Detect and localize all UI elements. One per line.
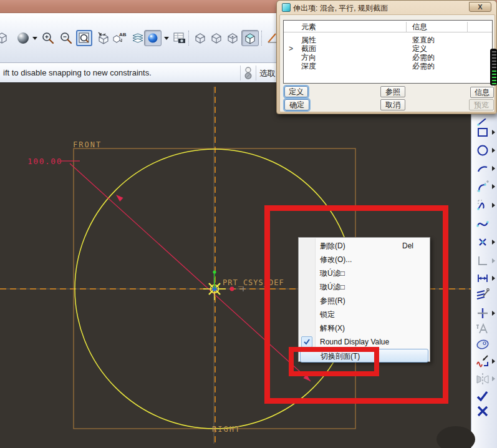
dimension-arrow-upper <box>116 195 123 202</box>
shaded-sphere-button[interactable] <box>15 30 31 46</box>
meter-strip <box>490 49 497 85</box>
flyout-arrow-icon[interactable] <box>492 311 495 316</box>
dimension-value[interactable]: 100.00 <box>27 157 62 166</box>
chamfer-tool-button[interactable] <box>475 197 491 213</box>
layers-icon <box>131 31 145 45</box>
datum-display-flyout-caret[interactable] <box>164 37 169 40</box>
refit-button[interactable] <box>76 30 92 46</box>
sphere-flyout-caret[interactable] <box>32 37 37 40</box>
zoom-out-button[interactable] <box>58 30 74 46</box>
flyout-arrow-icon[interactable] <box>492 148 495 153</box>
view-manager-button[interactable] <box>171 30 188 46</box>
info-cell: 定义 <box>412 44 427 53</box>
circle-tool-button[interactable] <box>475 142 491 158</box>
dimension-icon <box>476 271 490 285</box>
mirror-tool-button[interactable] <box>475 371 491 387</box>
references-button[interactable]: 参照 <box>380 86 405 97</box>
coordinate-system-tool-button[interactable] <box>475 253 491 269</box>
datum-display-button[interactable] <box>144 30 162 46</box>
text-tool-button[interactable] <box>475 321 491 337</box>
right-plane-label[interactable]: RIGHT <box>212 425 241 434</box>
canvas-corner-bulge <box>437 426 475 448</box>
ok-button[interactable]: 确定 <box>284 99 309 110</box>
datum-planes-button[interactable] <box>192 30 208 46</box>
select-mode-label: 选取 <box>259 68 276 79</box>
datum-points-button[interactable] <box>224 30 241 46</box>
meter-gray-ticks <box>492 51 496 70</box>
table-row-direction[interactable]: 方向 必需的 <box>284 53 492 62</box>
flyout-arrow-icon <box>492 376 495 381</box>
arc-tool-button[interactable] <box>475 160 491 177</box>
rectangle-tool-button[interactable] <box>475 124 491 140</box>
chamfer-icon <box>476 198 490 212</box>
zoom-in-button[interactable] <box>40 30 56 46</box>
info-cell: 必需的 <box>412 53 435 62</box>
fillet-tool-button[interactable] <box>475 178 491 195</box>
preview-button[interactable]: 预览 <box>469 99 494 110</box>
feature-element-dialog: 伸出项: 混合, 平行, 规则截面 X 元素 信息 属性 竖直的 > 截面 定义 <box>276 0 497 114</box>
zoom-out-icon <box>59 31 73 45</box>
point-tool-button[interactable] <box>475 234 491 250</box>
quit-button[interactable] <box>475 403 491 419</box>
flyout-arrow-icon <box>492 258 495 263</box>
close-button[interactable]: X <box>469 2 491 12</box>
spline-tool-button[interactable] <box>475 216 491 232</box>
datum-axes-button[interactable] <box>208 30 224 46</box>
gray-tick <box>239 286 244 291</box>
status-message: ift to disable snapping to new constrain… <box>3 68 152 77</box>
view-manager-icon <box>172 31 187 45</box>
palette-tool-button[interactable] <box>475 336 491 353</box>
red-reference-dot <box>230 287 234 291</box>
element-cell: 方向 <box>301 53 316 62</box>
flyout-arrow-icon[interactable] <box>492 184 495 189</box>
column-header-element: 元素 <box>301 22 316 32</box>
table-row-depth[interactable]: 深度 必需的 <box>284 62 492 71</box>
table-row-attributes[interactable]: 属性 竖直的 <box>284 36 492 44</box>
datum-points-icon <box>226 31 239 45</box>
spin-center-button[interactable] <box>0 30 10 46</box>
element-cell: 属性 <box>301 36 316 44</box>
define-button[interactable]: 定义 <box>284 86 308 97</box>
trim-tool-button[interactable] <box>475 353 491 369</box>
column-header-info: 信息 <box>412 22 427 32</box>
spline-icon <box>476 217 490 231</box>
flyout-arrow-icon[interactable] <box>492 240 495 245</box>
cancel-button[interactable]: 取消 <box>380 99 405 110</box>
flyout-arrow-icon[interactable] <box>492 203 495 208</box>
dialog-icon <box>282 3 291 12</box>
flyout-arrow-icon[interactable] <box>492 359 495 364</box>
column-divider <box>467 22 468 32</box>
reorient-icon <box>96 31 110 45</box>
element-cell: 深度 <box>301 62 316 71</box>
saved-view-list-button[interactable]: AB <box>111 30 127 46</box>
datum-display-icon <box>146 31 160 45</box>
done-button[interactable] <box>475 388 491 404</box>
modify-tool-button[interactable] <box>475 287 491 303</box>
stop-light-icon[interactable] <box>244 66 253 83</box>
info-button[interactable]: 信息 <box>470 87 494 98</box>
shading-button[interactable] <box>241 30 259 46</box>
zoom-in-icon <box>41 31 55 45</box>
saved-view-list-icon: AB <box>112 31 127 45</box>
toolbar-separator <box>188 31 189 46</box>
quit-x-icon <box>476 404 490 418</box>
front-plane-label[interactable]: FRONT <box>73 140 102 149</box>
palette-icon <box>475 338 490 351</box>
arc-icon <box>476 162 490 175</box>
table-row-section[interactable]: > 截面 定义 <box>284 44 492 53</box>
flyout-arrow-icon[interactable] <box>492 166 495 171</box>
dimension-tool-button[interactable] <box>475 270 491 286</box>
constrain-tool-button[interactable] <box>475 305 491 321</box>
fillet-icon <box>476 180 490 193</box>
point-icon <box>476 235 490 249</box>
mirror-icon <box>475 372 490 386</box>
flyout-arrow-icon[interactable] <box>492 130 495 135</box>
refit-icon <box>77 31 91 45</box>
flyout-arrow-icon[interactable] <box>492 276 495 281</box>
modify-icon <box>475 288 490 303</box>
shaded-sphere-icon <box>16 31 30 45</box>
shading-icon <box>243 31 257 45</box>
element-table[interactable]: 元素 信息 属性 竖直的 > 截面 定义 方向 必需的 <box>283 20 493 84</box>
header-underline <box>284 32 492 32</box>
reorient-button[interactable] <box>95 30 111 46</box>
